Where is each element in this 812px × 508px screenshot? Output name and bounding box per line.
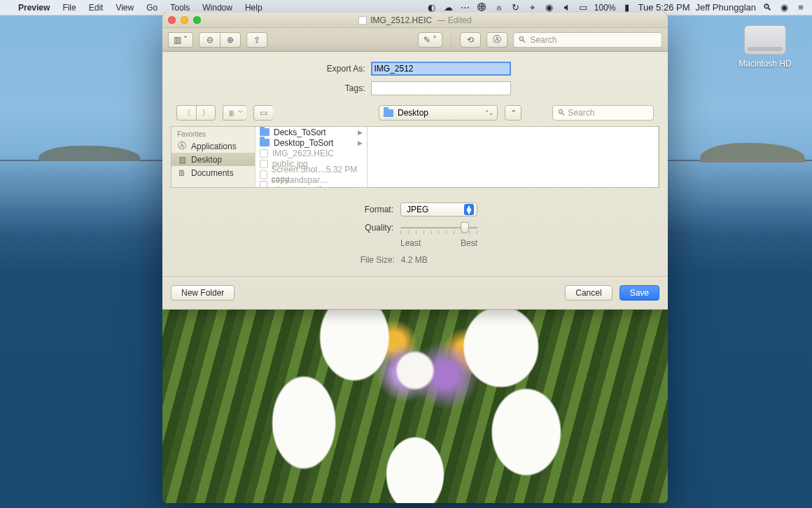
sidebar-section-title: Favorites <box>172 127 255 139</box>
user-menu[interactable]: Jeff Phungglan <box>696 2 757 13</box>
select-arrows-icon: ▲▼ <box>464 204 474 215</box>
nav-back[interactable]: 〈 <box>176 105 196 121</box>
save-sheet: Export As: Tags: 〈 〉 ⫼ ˅ ▭ <box>162 52 668 310</box>
window-minimize[interactable] <box>181 16 188 24</box>
display-icon[interactable]: ▭ <box>578 2 589 13</box>
cancel-button[interactable]: Cancel <box>565 285 612 301</box>
titlebar[interactable]: IMG_2512.HEIC — Edited <box>162 13 668 28</box>
window-close[interactable] <box>168 16 176 24</box>
markup-button[interactable]: Ⓐ <box>486 32 507 48</box>
save-button[interactable]: Save <box>620 285 659 301</box>
location-popup[interactable]: Desktop ⌃⌄ <box>379 105 498 121</box>
clock[interactable]: Tue 5:26 PM <box>638 2 690 13</box>
sidebar-item-desktop[interactable]: ▥Desktop <box>172 153 255 166</box>
documents-icon: 🗎 <box>177 168 187 178</box>
timemachine-icon[interactable]: ↻ <box>510 2 522 13</box>
sidebar: Favorites ⒶApplications ▥Desktop 🗎Docume… <box>172 127 255 187</box>
app-menu[interactable]: Preview <box>12 0 56 15</box>
toolbar-search[interactable]: 🔍︎ Search <box>513 32 662 48</box>
list-item[interactable]: Decks_ToSort▶ <box>255 127 367 137</box>
search-icon: 🔍︎ <box>557 108 566 118</box>
drive-label: Macintosh HD <box>738 59 792 69</box>
image-file-icon <box>260 160 268 168</box>
appstore-icon[interactable]: ⍝ <box>493 2 505 13</box>
menu-go[interactable]: Go <box>140 0 164 15</box>
sidebar-item-documents[interactable]: 🗎Documents <box>172 166 255 179</box>
pdf-file-icon <box>260 181 267 188</box>
list-item: IMG_2623.HEIC <box>255 148 367 158</box>
drive-icon <box>744 25 786 55</box>
window-zoom[interactable] <box>193 16 201 24</box>
highlight-button[interactable]: ✎ ˅ <box>418 32 442 48</box>
desktop-drive[interactable]: Macintosh HD <box>738 25 792 69</box>
folder-icon <box>384 109 393 117</box>
cloud-icon[interactable]: ☁ <box>443 2 454 13</box>
window-title: IMG_2512.HEIC <box>370 15 432 25</box>
edited-badge: — Edited <box>435 15 472 25</box>
share-button[interactable]: ⇪ <box>246 32 267 48</box>
location-label: Desktop <box>398 108 428 118</box>
chevron-updown-icon: ⌃⌄ <box>484 109 493 116</box>
menu-file[interactable]: File <box>56 0 82 15</box>
zoom-in[interactable]: ⊕ <box>220 32 241 48</box>
chevron-right-icon: ▶ <box>358 129 363 136</box>
nav-forward[interactable]: 〉 <box>196 105 216 121</box>
wifi-icon[interactable]: ◉ <box>544 2 555 13</box>
menu-edit[interactable]: Edit <box>83 0 110 15</box>
list-item[interactable]: Desktop_ToSort▶ <box>255 137 367 148</box>
search-placeholder: Search <box>530 35 556 45</box>
sidebar-item-applications[interactable]: ⒶApplications <box>172 139 255 153</box>
applications-icon: Ⓐ <box>177 140 187 152</box>
zoom-out[interactable]: ⊖ <box>199 32 220 48</box>
view-switcher[interactable]: ⫼ ˅ <box>223 105 246 121</box>
slider-thumb[interactable] <box>461 222 469 233</box>
siri-icon[interactable]: ◉ <box>778 2 790 13</box>
group-button[interactable]: ▭ <box>253 105 273 121</box>
image-file-icon <box>260 170 267 179</box>
battery-icon[interactable]: ▮ <box>622 2 633 13</box>
folder-icon <box>260 139 270 146</box>
preview-column <box>368 127 659 187</box>
globe-icon[interactable]: 🌐︎ <box>477 2 488 13</box>
search-icon: 🔍︎ <box>518 35 526 45</box>
column-browser: Favorites ⒶApplications ▥Desktop 🗎Docume… <box>171 126 659 188</box>
image-file-icon <box>260 149 268 158</box>
filesize-value: 4.2 MB <box>401 255 428 265</box>
browser-search[interactable]: 🔍︎ Search <box>552 105 654 121</box>
spotlight-icon[interactable]: 🔍︎ <box>762 2 773 13</box>
filesize-label: File Size: <box>360 255 395 265</box>
collapse-button[interactable]: ⌃ <box>505 105 522 121</box>
format-select[interactable]: JPEG ▲▼ <box>400 202 477 217</box>
rotate-button[interactable]: ⟲ <box>460 32 481 48</box>
format-value: JPEG <box>407 205 428 214</box>
status-icon[interactable]: ◐ <box>426 2 438 13</box>
folder-icon <box>260 128 270 136</box>
menu-view[interactable]: View <box>109 0 140 15</box>
file-list: Decks_ToSort▶ Desktop_ToSort▶ IMG_2623.H… <box>255 127 368 187</box>
desktop-icon: ▥ <box>177 155 187 165</box>
export-as-label: Export As: <box>320 64 365 74</box>
toolbar: ▥ ˅ ⊖ ⊕ ⇪ ✎ ˅ ⟲ Ⓐ 🔍︎ Search <box>162 28 668 52</box>
volume-icon[interactable]: 🔈︎ <box>561 2 572 13</box>
format-label: Format: <box>354 205 393 214</box>
battery-status[interactable]: 100% <box>594 3 616 13</box>
notification-center-icon[interactable]: ≡ <box>795 2 806 13</box>
tags-label: Tags: <box>320 83 365 93</box>
bluetooth-icon[interactable]: ⌖ <box>527 2 538 13</box>
new-folder-button[interactable]: New Folder <box>171 285 234 301</box>
quality-best-label: Best <box>461 238 477 248</box>
preview-window: IMG_2512.HEIC — Edited ▥ ˅ ⊖ ⊕ ⇪ ✎ ˅ ⟲ Ⓐ… <box>162 13 668 503</box>
tags-input[interactable] <box>371 81 511 95</box>
quality-least-label: Least <box>400 238 421 248</box>
export-as-input[interactable] <box>371 62 511 76</box>
browser-search-placeholder: Search <box>568 108 594 118</box>
chevron-right-icon: ▶ <box>358 139 363 146</box>
quality-slider[interactable] <box>400 221 477 235</box>
document-proxy-icon[interactable] <box>358 16 367 25</box>
sidebar-toggle[interactable]: ▥ ˅ <box>168 32 193 48</box>
status-dots-icon[interactable]: ⋯ <box>460 2 471 13</box>
list-item: seedandspar…ationdeck.pdf <box>255 179 367 187</box>
quality-label: Quality: <box>354 223 393 233</box>
